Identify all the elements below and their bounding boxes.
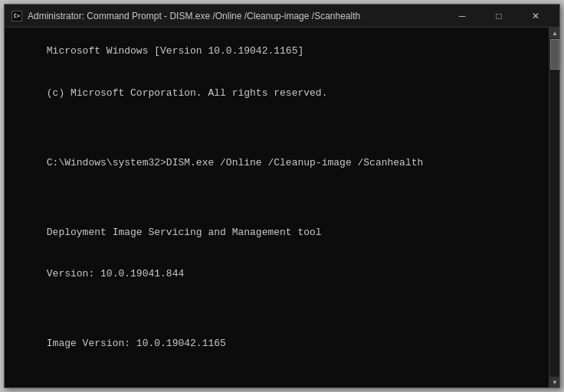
titlebar-controls: ─ □ ✕ [444,8,553,24]
scrollbar[interactable]: ▲ ▼ [549,28,559,387]
line-1: Microsoft Windows [Version 10.0.19042.11… [47,45,303,57]
terminal-body: Microsoft Windows [Version 10.0.19042.11… [5,28,559,387]
window-title: Administrator: Command Prompt - DISM.exe… [28,11,360,21]
window-icon [11,10,23,22]
close-button[interactable]: ✕ [518,8,553,24]
cmd-icon [11,11,22,21]
titlebar: Administrator: Command Prompt - DISM.exe… [5,5,559,28]
line-7: Version: 10.0.19041.844 [47,268,184,279]
line-4: C:\Windows\system32>DISM.exe /Online /Cl… [47,157,423,168]
line-9: Image Version: 10.0.19042.1165 [47,338,226,349]
maximize-button[interactable]: □ [481,8,516,24]
terminal-output: Microsoft Windows [Version 10.0.19042.11… [11,31,553,365]
command-prompt-window: Administrator: Command Prompt - DISM.exe… [4,4,560,388]
scroll-up-arrow[interactable]: ▲ [549,28,559,38]
scroll-down-arrow[interactable]: ▼ [549,377,559,387]
minimize-button[interactable]: ─ [444,8,480,24]
line-2: (c) Microsoft Corporation. All rights re… [47,87,328,99]
line-6: Deployment Image Servicing and Managemen… [47,227,322,238]
titlebar-left: Administrator: Command Prompt - DISM.exe… [11,10,360,22]
scrollbar-thumb[interactable] [550,39,559,70]
